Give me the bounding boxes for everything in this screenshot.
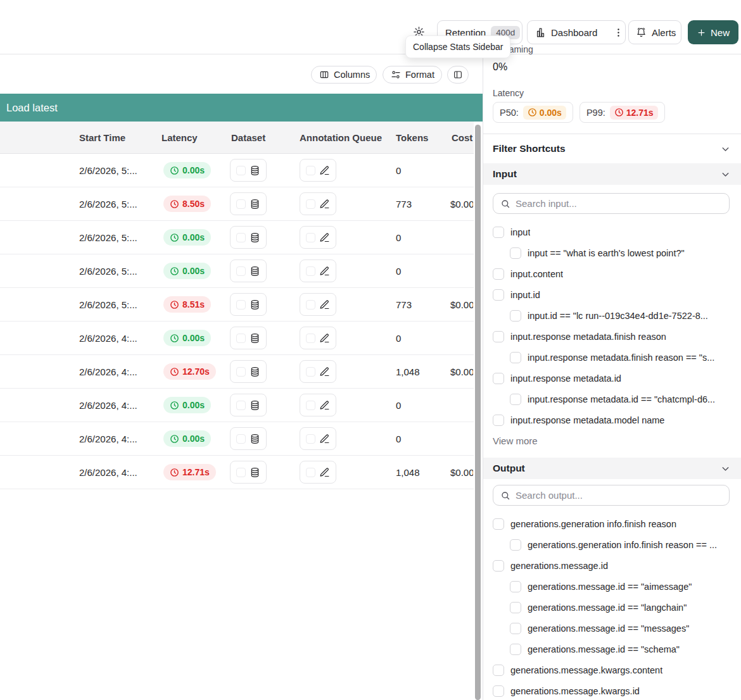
filter-item[interactable]: generations.message.kwargs.id [493,680,730,700]
filter-item[interactable]: input.response metadata.id [493,368,730,389]
filter-checkbox[interactable] [493,560,504,572]
row-checkbox[interactable] [306,434,315,444]
row-checkbox[interactable] [306,468,315,477]
filter-checkbox[interactable] [510,394,521,405]
toggle-side-panel-button[interactable] [447,66,469,84]
output-section-header[interactable]: Output [483,458,741,479]
filter-item[interactable]: input.id [493,284,730,305]
filter-checkbox[interactable] [493,665,504,676]
filter-checkbox[interactable] [493,268,504,280]
add-to-dataset-button[interactable] [230,360,267,383]
row-checkbox[interactable] [236,266,246,276]
filter-checkbox[interactable] [493,227,504,238]
filter-checkbox[interactable] [510,581,521,592]
table-row[interactable]: 2/6/2026, 5:... 0.00s [0,254,474,288]
input-search-field[interactable] [516,198,722,209]
filter-checkbox[interactable] [510,539,521,551]
row-checkbox[interactable] [306,199,315,209]
filter-item[interactable]: input [493,222,730,242]
add-to-annotation-queue-button[interactable] [300,226,336,249]
row-checkbox[interactable] [306,300,315,309]
filter-checkbox[interactable] [510,644,521,655]
row-checkbox[interactable] [306,334,315,343]
filter-item[interactable]: input.response metadata.model name [493,409,730,430]
add-to-dataset-button[interactable] [230,159,267,182]
filter-checkbox[interactable] [510,602,521,613]
table-row[interactable]: 2/6/2026, 4:... 0.00s [0,422,474,456]
filter-item[interactable]: generations.generation info.finish reaso… [493,534,730,555]
add-to-annotation-queue-button[interactable] [300,192,336,215]
add-to-dataset-button[interactable] [230,259,267,282]
add-to-annotation-queue-button[interactable] [300,461,336,484]
table-row[interactable]: 2/6/2026, 4:... 12.70s [0,355,474,389]
row-checkbox[interactable] [236,233,246,242]
filter-item[interactable]: input.id == "lc run--019c34e4-dd1e-7522-… [493,305,730,326]
add-to-annotation-queue-button[interactable] [300,394,336,416]
row-checkbox[interactable] [306,166,315,175]
row-checkbox[interactable] [236,199,246,209]
table-row[interactable]: 2/6/2026, 5:... 0.00s [0,221,474,254]
row-checkbox[interactable] [306,401,315,410]
filter-checkbox[interactable] [493,518,504,530]
table-row[interactable]: 2/6/2026, 5:... 8.51s [0,288,474,322]
add-to-dataset-button[interactable] [230,461,267,484]
table-row[interactable]: 2/6/2026, 4:... 0.00s [0,322,474,355]
table-row[interactable]: 2/6/2026, 4:... 12.71s [0,456,474,489]
table-scrollbar[interactable] [475,125,481,700]
columns-button[interactable]: Columns [311,66,377,84]
row-checkbox[interactable] [236,367,246,377]
filter-item[interactable]: generations.message.id == "aimessage" [493,576,730,597]
table-row[interactable]: 2/6/2026, 5:... 0.00s [0,154,474,187]
alerts-button[interactable]: Alerts [628,20,681,44]
filter-checkbox[interactable] [510,247,521,259]
add-to-annotation-queue-button[interactable] [300,360,336,383]
load-latest-banner[interactable]: Load latest [0,94,483,122]
filter-item[interactable]: generations.message.id == "schema" [493,639,730,659]
filter-item[interactable]: input.content [493,263,730,284]
filter-checkbox[interactable] [493,685,504,697]
filter-item[interactable]: generations.generation info.finish reaso… [493,513,730,534]
filter-checkbox[interactable] [493,415,504,426]
add-to-dataset-button[interactable] [230,192,267,215]
filter-shortcuts-header[interactable]: Filter Shortcuts [483,134,741,163]
filter-item[interactable]: input.response metadata.id == "chatcmpl-… [493,389,730,409]
filter-checkbox[interactable] [510,623,521,634]
filter-item[interactable]: generations.message.kwargs.content [493,659,730,680]
filter-item[interactable]: generations.message.id [493,555,730,576]
filter-checkbox[interactable] [493,373,504,384]
format-button[interactable]: Format [383,66,442,84]
add-to-annotation-queue-button[interactable] [300,159,336,182]
filter-item[interactable]: generations.message.id == "langchain" [493,597,730,618]
row-checkbox[interactable] [236,334,246,343]
row-checkbox[interactable] [236,166,246,175]
add-to-dataset-button[interactable] [230,327,267,349]
filter-item[interactable]: input.response metadata.finish reason [493,326,730,347]
dashboard-button[interactable]: Dashboard [528,21,605,44]
row-checkbox[interactable] [306,367,315,377]
filter-checkbox[interactable] [510,310,521,322]
view-more-link[interactable]: View more [493,430,730,451]
filter-item[interactable]: input.response metadata.finish reason ==… [493,347,730,368]
add-to-dataset-button[interactable] [230,293,267,316]
output-search-field[interactable] [516,490,722,501]
row-checkbox[interactable] [236,300,246,309]
filter-item[interactable]: generations.message.id == "messages" [493,618,730,639]
add-to-dataset-button[interactable] [230,226,267,249]
filter-checkbox[interactable] [510,352,521,363]
add-to-annotation-queue-button[interactable] [300,427,336,450]
row-checkbox[interactable] [236,434,246,444]
add-to-annotation-queue-button[interactable] [300,259,336,282]
row-checkbox[interactable] [306,233,315,242]
input-section-header[interactable]: Input [483,163,741,185]
filter-checkbox[interactable] [493,331,504,342]
row-checkbox[interactable] [236,401,246,410]
add-to-annotation-queue-button[interactable] [300,293,336,316]
add-to-annotation-queue-button[interactable] [300,327,336,349]
filter-item[interactable]: input == "what is earth's lowest point?" [493,242,730,263]
filter-checkbox[interactable] [493,289,504,301]
row-checkbox[interactable] [236,468,246,477]
new-button[interactable]: New [688,20,738,44]
table-row[interactable]: 2/6/2026, 5:... 8.50s [0,187,474,221]
table-row[interactable]: 2/6/2026, 4:... 0.00s [0,389,474,422]
add-to-dataset-button[interactable] [230,394,267,416]
